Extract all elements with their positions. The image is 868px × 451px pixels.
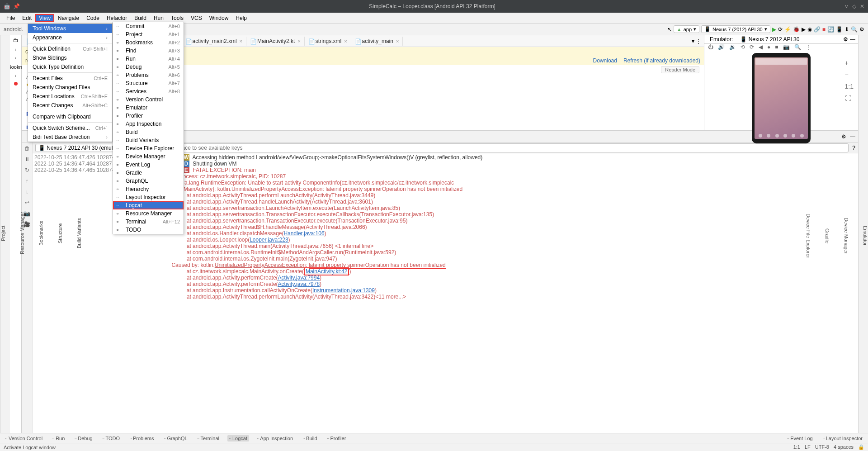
view-menu-item[interactable]: Show Siblings <box>28 53 112 62</box>
menu-vcs[interactable]: VCS <box>187 14 206 22</box>
tabs-overflow-icon[interactable]: ▾ ⋮ <box>689 38 704 44</box>
bottom-tool-version-control[interactable]: ▫ Version Control <box>4 435 44 442</box>
back-nav-icon[interactable]: ◀ <box>759 44 763 50</box>
zoom-in-icon[interactable]: + <box>845 59 854 66</box>
tree-expand-icon[interactable]: › <box>15 73 16 78</box>
rail-structure[interactable]: Structure <box>57 223 63 243</box>
debug-icon[interactable]: 🐞 <box>793 26 800 33</box>
pin-icon[interactable]: 📌 <box>13 3 20 9</box>
view-menu-item[interactable]: Appearance› <box>28 33 112 42</box>
rail-emulator[interactable]: Emulator <box>863 226 868 246</box>
logcat-filter-input[interactable] <box>152 143 849 152</box>
tool-window-item[interactable]: ▫ServicesAlt+8 <box>113 87 184 95</box>
soft-wrap-icon[interactable]: ↩ <box>25 199 29 206</box>
scroll-up-icon[interactable]: ↑ <box>26 178 28 184</box>
menu-refactor[interactable]: Refactor <box>103 14 131 22</box>
close-tab-icon[interactable]: × <box>396 38 399 44</box>
rail-project[interactable]: Project <box>0 225 6 241</box>
more-icon[interactable]: ⋮ <box>806 44 811 50</box>
tool-window-item[interactable]: ▫FindAlt+3 <box>113 47 184 55</box>
bottom-tool-event-log[interactable]: ▫ Event Log <box>785 435 815 442</box>
view-menu-item[interactable]: Quick Type Definition <box>28 62 112 71</box>
rail-device-manager[interactable]: Device Manager <box>844 218 849 254</box>
clear-log-icon[interactable]: 🗑 <box>24 145 30 152</box>
tool-window-item[interactable]: ▫ProblemsAlt+6 <box>113 71 184 79</box>
view-menu-item[interactable]: Recent FilesCtrl+E <box>28 74 112 83</box>
screenshot-icon[interactable]: 📷 <box>783 44 790 50</box>
bottom-tool-run[interactable]: ▫ Run <box>51 435 66 442</box>
tool-window-item[interactable]: ▫Build Variants <box>113 136 184 144</box>
status-indent[interactable]: 4 spaces <box>834 444 854 450</box>
overview-nav-icon[interactable]: ■ <box>775 44 778 50</box>
view-menu-item[interactable]: Recently Changed Files <box>28 83 112 92</box>
menu-run[interactable]: Run <box>150 14 167 22</box>
tool-window-item[interactable]: ▫Resource Manager <box>113 209 184 218</box>
home-nav-icon[interactable]: ● <box>767 44 770 50</box>
tool-window-item[interactable]: ▫DebugAlt+5 <box>113 63 184 71</box>
tool-window-item[interactable]: ▫TODO <box>113 226 184 234</box>
tree-node-icon[interactable]: › <box>15 56 16 61</box>
download-link[interactable]: Download <box>593 57 617 64</box>
editor-tab[interactable]: 📄strings.xml× <box>305 37 351 46</box>
status-encoding[interactable]: UTF-8 <box>815 444 829 450</box>
tool-window-item[interactable]: ▫Build <box>113 128 184 136</box>
maximize-icon[interactable]: ◇ <box>852 3 856 9</box>
run-config-app[interactable]: ▲app ▾ <box>674 25 699 33</box>
tool-window-item[interactable]: ▫Event Log <box>113 161 184 169</box>
avd-icon[interactable]: 📱 <box>836 26 843 33</box>
attach-debugger-icon[interactable]: 🔗 <box>814 26 821 33</box>
device-frame[interactable] <box>752 53 811 143</box>
editor-tab[interactable]: 📄MainActivity2.kt× <box>246 37 305 46</box>
bottom-tool-terminal[interactable]: ▫ Terminal <box>196 435 221 442</box>
power-icon[interactable]: ⏻ <box>708 44 713 50</box>
filter-help-icon[interactable]: ? <box>852 145 855 151</box>
reader-mode-badge[interactable]: Reader Mode <box>661 66 699 73</box>
bottom-tool-todo[interactable]: ▫ TODO <box>101 435 122 442</box>
minimize-panel-icon[interactable]: — <box>850 36 855 43</box>
sdk-icon[interactable]: ⬇ <box>844 26 849 33</box>
close-tab-icon[interactable]: × <box>297 38 300 44</box>
refresh-link[interactable]: Refresh (if already downloaded) <box>623 57 700 64</box>
profile-icon[interactable]: ◉ <box>807 26 812 33</box>
status-line-ending[interactable]: LF <box>805 444 811 450</box>
rail-resource-manager[interactable]: Resource Manager <box>19 212 25 255</box>
emulator-device-tab[interactable]: 📱 Nexus 7 2012 API 30 <box>737 35 802 43</box>
tool-window-item[interactable]: ▫CommitAlt+0 <box>113 22 184 30</box>
gear-icon[interactable]: ⚙ <box>843 36 848 43</box>
menu-navigate[interactable]: Navigate <box>54 14 83 22</box>
tool-window-item[interactable]: ▫Emulator <box>113 104 184 112</box>
rotate-left-icon[interactable]: ⟲ <box>741 44 745 50</box>
sync-icon[interactable]: 🔄 <box>827 26 834 33</box>
tool-window-item[interactable]: ▫App Inspection <box>113 120 184 128</box>
view-menu-item[interactable]: Tool Windows› <box>28 24 112 33</box>
view-menu-item[interactable]: Quick Switch Scheme...Ctrl+` <box>28 123 112 133</box>
view-menu-item[interactable]: Bidi Text Base Direction› <box>28 133 112 142</box>
tool-window-item[interactable]: ▫RunAlt+4 <box>113 55 184 63</box>
zoom-icon[interactable]: 🔍 <box>794 44 801 50</box>
apply-code-changes-icon[interactable]: ⚡ <box>784 26 791 33</box>
tool-window-item[interactable]: ▫Hierarchy <box>113 185 184 193</box>
menu-tools[interactable]: Tools <box>167 14 187 22</box>
rail-build-variants[interactable]: Build Variants <box>76 218 82 248</box>
status-position[interactable]: 1:1 <box>793 444 800 450</box>
menu-view[interactable]: View <box>35 14 54 22</box>
tool-window-item[interactable]: ▫TerminalAlt+F12 <box>113 218 184 226</box>
zoom-actual-icon[interactable]: ⛶ <box>845 95 854 102</box>
bottom-tool-logcat[interactable]: ▫ Logcat <box>227 435 249 442</box>
bottom-tool-layout-inspector[interactable]: ▫ Layout Inspector <box>821 435 864 442</box>
pause-log-icon[interactable]: ⏸ <box>24 156 30 162</box>
bottom-tool-profiler[interactable]: ▫ Profiler <box>326 435 348 442</box>
view-menu-item[interactable]: Quick DefinitionCtrl+Shift+I <box>28 44 112 53</box>
stop-icon[interactable]: ■ <box>822 26 826 33</box>
menu-file[interactable]: File <box>3 14 19 22</box>
tool-window-item[interactable]: ▫Device File Explorer <box>113 144 184 152</box>
rotate-right-icon[interactable]: ⟳ <box>750 44 754 50</box>
editor-tab[interactable]: 📄activity_main2.xml× <box>182 37 246 46</box>
tool-window-item[interactable]: ▫GraphQL <box>113 177 184 185</box>
status-lock-icon[interactable]: 🔒 <box>858 444 864 450</box>
volume-down-icon[interactable]: 🔉 <box>729 44 736 50</box>
close-tab-icon[interactable]: × <box>344 38 347 44</box>
tool-window-item[interactable]: ▫Device Manager <box>113 152 184 161</box>
close-icon[interactable]: ✕ <box>860 3 864 9</box>
restart-log-icon[interactable]: ↻ <box>25 167 29 173</box>
